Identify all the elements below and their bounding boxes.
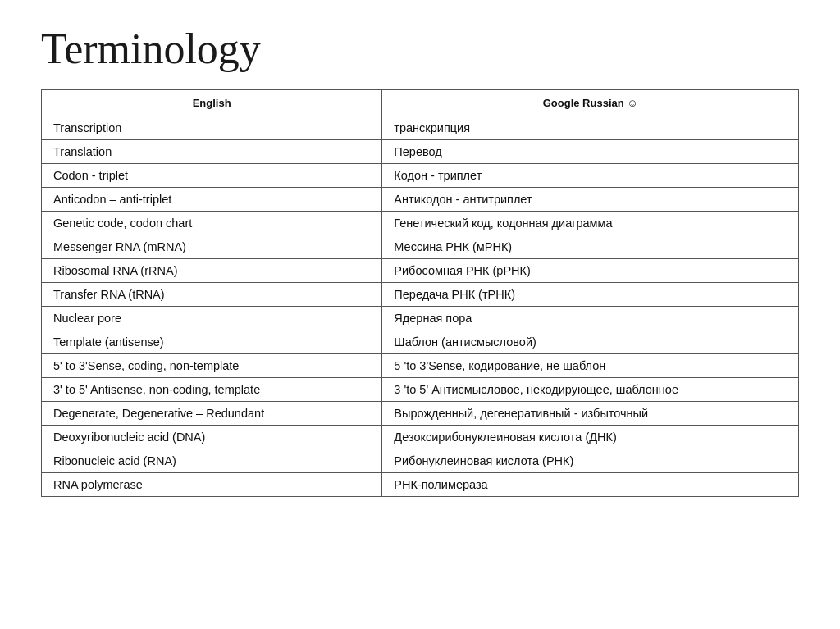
table-row: Ribosomal RNA (rRNA)Рибосомная РНК (рРНК… bbox=[42, 259, 799, 283]
table-row: 3' to 5' Antisense, non-coding, template… bbox=[42, 378, 799, 402]
table-row: Codon - tripletКодон - триплет bbox=[42, 164, 799, 188]
cell-russian: Передача РНК (тРНК) bbox=[382, 283, 799, 307]
cell-english: Translation bbox=[42, 140, 382, 164]
cell-english: 5' to 3'Sense, coding, non-template bbox=[42, 354, 382, 378]
cell-russian: Перевод bbox=[382, 140, 799, 164]
table-row: Template (antisense)Шаблон (антисмыслово… bbox=[42, 330, 799, 354]
table-row: Messenger RNA (mRNA)Мессина РНК (мРНК) bbox=[42, 235, 799, 259]
cell-english: Degenerate, Degenerative – Redundant bbox=[42, 402, 382, 426]
cell-english: RNA polymerase bbox=[42, 473, 382, 497]
header-russian: Google Russian ☺ bbox=[382, 90, 799, 116]
terminology-table: English Google Russian ☺ Transcription т… bbox=[41, 89, 799, 497]
page-title: Terminology bbox=[41, 25, 799, 73]
table-row: Ribonucleic acid (RNA)Рибонуклеиновая ки… bbox=[42, 449, 799, 473]
table-row: Anticodon – anti-tripletАнтикодон - анти… bbox=[42, 188, 799, 212]
table-row: Deoxyribonucleic acid (DNA)Дезоксирибону… bbox=[42, 426, 799, 449]
cell-russian: Ядерная пора bbox=[382, 307, 799, 330]
cell-english: Transcription bbox=[42, 116, 382, 140]
table-row: 5' to 3'Sense, coding, non-template5 'to… bbox=[42, 354, 799, 378]
table-row: Nuclear poreЯдерная пора bbox=[42, 307, 799, 330]
table-row: Genetic code, codon chartГенетический ко… bbox=[42, 212, 799, 235]
cell-russian: Антикодон - антитриплет bbox=[382, 188, 799, 212]
cell-english: 3' to 5' Antisense, non-coding, template bbox=[42, 378, 382, 402]
cell-english: Messenger RNA (mRNA) bbox=[42, 235, 382, 259]
cell-english: Anticodon – anti-triplet bbox=[42, 188, 382, 212]
cell-english: Template (antisense) bbox=[42, 330, 382, 354]
cell-russian: Мессина РНК (мРНК) bbox=[382, 235, 799, 259]
cell-english: Genetic code, codon chart bbox=[42, 212, 382, 235]
cell-russian: Вырожденный, дегенеративный - избыточный bbox=[382, 402, 799, 426]
cell-english: Codon - triplet bbox=[42, 164, 382, 188]
cell-english: Nuclear pore bbox=[42, 307, 382, 330]
table-row: Transfer RNA (tRNA)Передача РНК (тРНК) bbox=[42, 283, 799, 307]
cell-english: Ribonucleic acid (RNA) bbox=[42, 449, 382, 473]
cell-english: Ribosomal RNA (rRNA) bbox=[42, 259, 382, 283]
cell-russian: Шаблон (антисмысловой) bbox=[382, 330, 799, 354]
header-english: English bbox=[42, 90, 382, 116]
cell-russian: Кодон - триплет bbox=[382, 164, 799, 188]
cell-russian: 5 'to 3'Sense, кодирование, не шаблон bbox=[382, 354, 799, 378]
cell-russian: Рибонуклеиновая кислота (РНК) bbox=[382, 449, 799, 473]
cell-russian: Рибосомная РНК (рРНК) bbox=[382, 259, 799, 283]
table-row: RNA polymeraseРНК-полимераза bbox=[42, 473, 799, 497]
cell-russian: РНК-полимераза bbox=[382, 473, 799, 497]
table-header-row: English Google Russian ☺ bbox=[42, 90, 799, 116]
cell-russian: Дезоксирибонуклеиновая кислота (ДНК) bbox=[382, 426, 799, 449]
cell-russian: транскрипция bbox=[382, 116, 799, 140]
table-row: Degenerate, Degenerative – RedundantВыро… bbox=[42, 402, 799, 426]
cell-english: Transfer RNA (tRNA) bbox=[42, 283, 382, 307]
cell-russian: 3 'to 5' Антисмысловое, некодирующее, ша… bbox=[382, 378, 799, 402]
table-row: Transcription транскрипция bbox=[42, 116, 799, 140]
cell-russian: Генетический код, кодонная диаграмма bbox=[382, 212, 799, 235]
cell-english: Deoxyribonucleic acid (DNA) bbox=[42, 426, 382, 449]
table-row: TranslationПеревод bbox=[42, 140, 799, 164]
